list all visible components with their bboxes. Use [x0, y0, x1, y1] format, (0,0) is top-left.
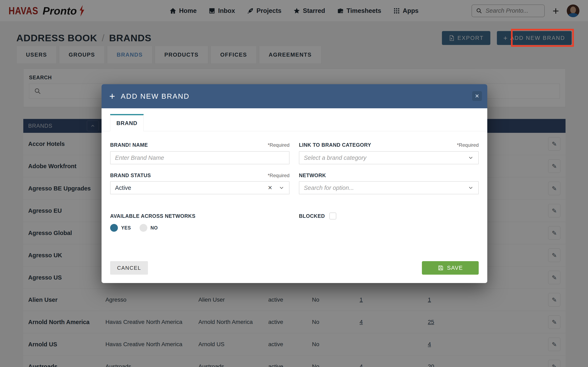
brand-category-label: LINK TO BRAND CATEGORY: [299, 142, 371, 148]
brand-category-placeholder: Select a brand category: [304, 154, 366, 161]
network-placeholder: Search for option...: [304, 184, 354, 191]
modal-header: + ADD NEW BRAND: [101, 84, 487, 108]
plus-icon: +: [109, 91, 115, 101]
modal-title: ADD NEW BRAND: [121, 92, 190, 100]
brand-name-field-group: BRAND! NAME *Required: [110, 142, 290, 148]
brand-name-label: BRAND! NAME: [110, 142, 148, 148]
cancel-button[interactable]: CANCEL: [110, 261, 148, 275]
save-button[interactable]: SAVE: [422, 261, 479, 275]
network-label: NETWORK: [299, 173, 326, 178]
clear-selection-icon[interactable]: ✕: [268, 184, 272, 191]
radio-yes[interactable]: YES: [110, 224, 131, 232]
available-networks-radio-group: YES NO: [110, 224, 158, 232]
blocked-label: BLOCKED: [299, 213, 325, 219]
radio-no[interactable]: NO: [140, 224, 158, 232]
brand-status-value: Active: [115, 184, 131, 191]
chevron-down-icon: [279, 185, 285, 191]
radio-no-dot-icon: [140, 224, 147, 232]
blocked-field-group: BLOCKED: [299, 213, 336, 219]
brand-status-field-group: BRAND STATUS *Required: [110, 173, 290, 178]
save-label: SAVE: [447, 265, 463, 271]
radio-no-label: NO: [150, 225, 158, 231]
available-networks-label: AVAILABLE ACROSS NETWORKS: [110, 213, 196, 219]
brand-status-required: *Required: [268, 173, 290, 178]
brand-status-select[interactable]: Active ✕: [110, 181, 290, 194]
brand-name-required: *Required: [268, 142, 290, 148]
annotation-highlight-box: [511, 29, 574, 47]
radio-yes-dot-icon: [110, 224, 118, 232]
brand-name-placeholder: Enter Brand Name: [115, 154, 164, 161]
brand-category-required: *Required: [457, 142, 479, 148]
save-icon: [438, 265, 444, 271]
brand-name-input[interactable]: Enter Brand Name: [110, 151, 290, 164]
available-networks-field-group: AVAILABLE ACROSS NETWORKS: [110, 213, 290, 219]
network-select[interactable]: Search for option...: [299, 181, 479, 194]
network-field-group: NETWORK: [299, 173, 479, 178]
close-icon[interactable]: ✕: [472, 91, 482, 101]
modal-tab-brand[interactable]: BRAND: [110, 114, 144, 131]
brand-status-label: BRAND STATUS: [110, 173, 151, 178]
radio-yes-label: YES: [121, 225, 131, 231]
brand-category-field-group: LINK TO BRAND CATEGORY *Required: [299, 142, 479, 148]
blocked-checkbox[interactable]: [329, 213, 336, 219]
chevron-down-icon: [468, 155, 474, 161]
chevron-down-icon: [468, 185, 474, 191]
add-new-brand-modal: + ADD NEW BRAND ✕ BRAND BRAND! NAME *Req…: [101, 84, 487, 283]
brand-category-select[interactable]: Select a brand category: [299, 151, 479, 164]
